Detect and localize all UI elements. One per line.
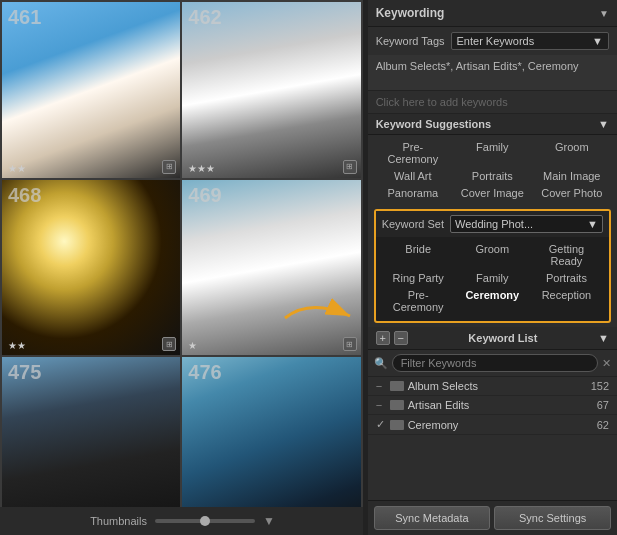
suggestion-pre-ceremony[interactable]: Pre-Ceremony — [374, 139, 452, 167]
ks-groom[interactable]: Groom — [456, 241, 529, 269]
thumbnails-label: Thumbnails — [90, 515, 147, 527]
keyword-entries-list: − Album Selects 152 − Artisan Edits 67 ✓… — [368, 377, 617, 500]
suggestion-wall-art[interactable]: Wall Art — [374, 168, 452, 184]
entry-count-ceremony: 62 — [597, 419, 609, 431]
click-to-add-keywords[interactable]: Click here to add keywords — [368, 91, 617, 114]
keyword-suggestions-header[interactable]: Keyword Suggestions ▼ — [368, 114, 617, 135]
right-panel: Keywording ▼ Keyword Tags Enter Keywords… — [367, 0, 617, 535]
photo-badge-462: ⊞ — [343, 160, 357, 174]
keyword-list-title: Keyword List — [468, 332, 537, 344]
keyword-entry-album-selects[interactable]: − Album Selects 152 — [368, 377, 617, 396]
entry-name-artisan-edits: Artisan Edits — [408, 399, 593, 411]
keyword-entry-ceremony[interactable]: ✓ Ceremony 62 — [368, 415, 617, 435]
keyword-list-arrow[interactable]: ▼ — [598, 332, 609, 344]
ks-reception[interactable]: Reception — [530, 287, 603, 315]
entry-prefix-artisan-edits: − — [376, 399, 386, 411]
bottom-action-buttons: Sync Metadata Sync Settings — [368, 500, 617, 535]
keyword-add-button[interactable]: + — [376, 331, 390, 345]
slider-thumb — [200, 516, 210, 526]
keyword-set-label: Keyword Set — [382, 218, 444, 230]
keyword-filter-row: 🔍 Filter Keywords ✕ — [368, 350, 617, 377]
photo-number-475: 475 — [8, 361, 41, 384]
ks-ring-party[interactable]: Ring Party — [382, 270, 455, 286]
keyword-set-grid: Bride Groom Getting Ready Ring Party Fam… — [376, 237, 609, 321]
entry-name-ceremony: Ceremony — [408, 419, 593, 431]
photo-stars-461: ★★ — [8, 163, 26, 174]
keyword-set-dropdown[interactable]: Wedding Phot... ▼ — [450, 215, 603, 233]
sync-metadata-button[interactable]: Sync Metadata — [374, 506, 491, 530]
keyword-tags-label: Keyword Tags — [376, 35, 445, 47]
active-keywords-text: Album Selects*, Artisan Edits*, Ceremony — [376, 60, 579, 72]
keyword-list-controls: + − — [376, 331, 408, 345]
photo-badge-461: ⊞ — [162, 160, 176, 174]
keyword-filter-input[interactable]: Filter Keywords — [392, 354, 598, 372]
thumbnails-bar: Thumbnails ▼ — [0, 507, 363, 535]
photo-number-469: 469 — [188, 184, 221, 207]
photo-cell-462[interactable]: 462 ★★★ ⊞ — [182, 2, 360, 178]
panel-title: Keywording — [376, 6, 445, 20]
photo-number-468: 468 — [8, 184, 41, 207]
filter-placeholder: Filter Keywords — [401, 357, 477, 369]
keyword-suggestions-grid: Pre-Ceremony Family Groom Wall Art Portr… — [368, 135, 617, 205]
keywording-panel-header[interactable]: Keywording ▼ — [368, 0, 617, 27]
photo-number-462: 462 — [188, 6, 221, 29]
main-layout: 461 ★★ ⊞ 462 ★★★ ⊞ 468 ★★ ⊞ 469 ★ ⊞ 475 … — [0, 0, 617, 535]
keyword-entry-artisan-edits[interactable]: − Artisan Edits 67 — [368, 396, 617, 415]
suggestion-cover-photo[interactable]: Cover Photo — [533, 185, 611, 201]
click-to-add-text: Click here to add keywords — [376, 96, 508, 108]
sync-settings-button[interactable]: Sync Settings — [494, 506, 611, 530]
photo-number-476: 476 — [188, 361, 221, 384]
filter-clear-button[interactable]: ✕ — [602, 357, 611, 370]
photo-cell-469[interactable]: 469 ★ ⊞ — [182, 180, 360, 356]
panel-collapse-arrow[interactable]: ▼ — [599, 8, 609, 19]
active-keywords-display: Album Selects*, Artisan Edits*, Ceremony — [368, 55, 617, 91]
photo-badge-468: ⊞ — [162, 337, 176, 351]
filter-search-icon: 🔍 — [374, 357, 388, 370]
keyword-tags-value: Enter Keywords — [457, 35, 535, 47]
entry-bar-ceremony — [390, 420, 404, 430]
suggestion-panorama[interactable]: Panorama — [374, 185, 452, 201]
suggestion-main-image[interactable]: Main Image — [533, 168, 611, 184]
keyword-list-header: + − Keyword List ▼ — [368, 327, 617, 350]
keyword-list-section: + − Keyword List ▼ 🔍 Filter Keywords ✕ −… — [368, 327, 617, 500]
keyword-set-header: Keyword Set Wedding Phot... ▼ — [376, 211, 609, 237]
entry-name-album-selects: Album Selects — [408, 380, 587, 392]
keyword-suggestions-title: Keyword Suggestions — [376, 118, 492, 130]
entry-count-artisan-edits: 67 — [597, 399, 609, 411]
entry-prefix-album-selects: − — [376, 380, 386, 392]
suggestion-cover-image[interactable]: Cover Image — [453, 185, 531, 201]
suggestion-family[interactable]: Family — [453, 139, 531, 167]
photo-cell-461[interactable]: 461 ★★ ⊞ — [2, 2, 180, 178]
photo-number-461: 461 — [8, 6, 41, 29]
photo-cell-468[interactable]: 468 ★★ ⊞ — [2, 180, 180, 356]
ks-portraits[interactable]: Portraits — [530, 270, 603, 286]
ks-bride[interactable]: Bride — [382, 241, 455, 269]
keyword-remove-button[interactable]: − — [394, 331, 408, 345]
photo-stars-468: ★★ — [8, 340, 26, 351]
expand-button[interactable]: ▼ — [263, 514, 275, 528]
entry-bar-artisan-edits — [390, 400, 404, 410]
ks-getting-ready[interactable]: Getting Ready — [530, 241, 603, 269]
keyword-set-dropdown-arrow[interactable]: ▼ — [587, 218, 598, 230]
ks-family[interactable]: Family — [456, 270, 529, 286]
ks-pre-ceremony[interactable]: Pre-Ceremony — [382, 287, 455, 315]
photo-badge-469: ⊞ — [343, 337, 357, 351]
suggestion-portraits[interactable]: Portraits — [453, 168, 531, 184]
entry-count-album-selects: 152 — [591, 380, 609, 392]
entry-bar-album-selects — [390, 381, 404, 391]
keyword-set-section: Keyword Set Wedding Phot... ▼ Bride Groo… — [374, 209, 611, 323]
thumbnail-size-slider[interactable] — [155, 519, 255, 523]
keyword-tags-row: Keyword Tags Enter Keywords ▼ — [368, 27, 617, 55]
keyword-tags-input[interactable]: Enter Keywords ▼ — [451, 32, 609, 50]
keyword-tags-dropdown-arrow[interactable]: ▼ — [592, 35, 603, 47]
photo-stars-469: ★ — [188, 340, 197, 351]
entry-prefix-ceremony: ✓ — [376, 418, 386, 431]
keyword-suggestions-arrow[interactable]: ▼ — [598, 118, 609, 130]
keyword-set-value: Wedding Phot... — [455, 218, 533, 230]
suggestion-groom[interactable]: Groom — [533, 139, 611, 167]
photo-grid: 461 ★★ ⊞ 462 ★★★ ⊞ 468 ★★ ⊞ 469 ★ ⊞ 475 … — [0, 0, 363, 535]
ks-ceremony[interactable]: Ceremony — [456, 287, 529, 315]
photo-stars-462: ★★★ — [188, 163, 215, 174]
